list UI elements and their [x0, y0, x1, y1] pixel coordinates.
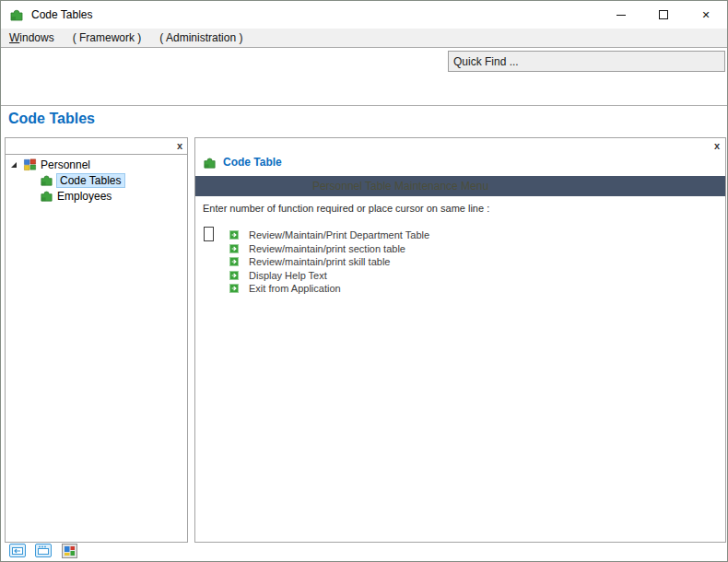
window-list-icon	[35, 544, 52, 557]
window-list-button[interactable]	[34, 543, 53, 558]
navigation-tree-panel: x Personnel Code Tables	[5, 137, 188, 543]
tree-panel-header: x	[6, 138, 187, 155]
menu-item-department-table[interactable]: Review/Maintain/Print Department Table	[229, 228, 725, 242]
personnel-category-icon	[23, 158, 37, 171]
close-icon: ✕	[701, 10, 710, 20]
menu-item-display-help[interactable]: Display Help Text	[229, 269, 725, 283]
minimize-button[interactable]	[600, 1, 642, 29]
window-title: Code Tables	[31, 8, 93, 21]
toolbar	[1, 49, 727, 106]
collapse-panel-button[interactable]	[8, 543, 27, 558]
status-bar	[1, 541, 78, 560]
menu-item-skill-table[interactable]: Review/maintain/print skill table	[229, 255, 725, 269]
window-controls: ✕	[600, 1, 727, 29]
menu-item-windows[interactable]: Windows	[1, 29, 64, 47]
tree-item-code-tables[interactable]: Code Tables	[6, 172, 187, 188]
expander-icon[interactable]	[10, 161, 18, 169]
green-puzzle-icon	[40, 173, 53, 187]
content-panel-close-button[interactable]: x	[714, 140, 720, 151]
menu-item-exit-application[interactable]: Exit from Application	[229, 282, 725, 296]
tree-item-label: Employees	[57, 190, 112, 203]
code-table-panel: x Code Table Personnel Table Maintenance…	[194, 137, 726, 543]
menu-item-framework[interactable]: ( Framework )	[64, 29, 151, 47]
content-panel-title: Code Table	[223, 156, 282, 169]
green-puzzle-icon	[40, 189, 53, 203]
tree-panel-close-button[interactable]: x	[177, 140, 182, 151]
content-panel-title-row: Code Table	[203, 155, 725, 170]
menu-bar: Windows ( Framework ) ( Administration )	[1, 29, 727, 48]
code-table-icon	[203, 156, 217, 170]
green-arrow-icon	[229, 271, 239, 280]
menu-item-section-table[interactable]: Review/maintain/print section table	[229, 242, 725, 256]
tree-item-employees[interactable]: Employees	[6, 188, 187, 204]
maintenance-menu-banner: Personnel Table Maintenance Menu	[195, 176, 725, 196]
tile-windows-button[interactable]	[60, 543, 78, 558]
function-number-input[interactable]	[204, 227, 214, 241]
maximize-icon	[659, 10, 668, 19]
tree-item-personnel[interactable]: Personnel	[6, 157, 187, 172]
green-arrow-icon	[229, 244, 239, 253]
menu-item-label: Display Help Text	[249, 270, 327, 281]
menu-item-label: Review/maintain/print skill table	[249, 256, 390, 267]
collapse-panel-icon	[9, 544, 26, 557]
close-button[interactable]: ✕	[685, 1, 727, 29]
menu-item-administration[interactable]: ( Administration )	[150, 29, 252, 47]
function-menu-list: Review/Maintain/Print Department Table R…	[195, 227, 725, 296]
page-title: Code Tables	[8, 111, 95, 127]
tree-item-label: Code Tables	[56, 173, 125, 188]
maximize-button[interactable]	[642, 1, 685, 29]
green-arrow-icon	[229, 257, 239, 266]
function-menu-area: Review/Maintain/Print Department Table R…	[195, 227, 725, 296]
tile-windows-icon	[62, 544, 77, 558]
green-arrow-icon	[229, 284, 239, 293]
app-window: Code Tables ✕ Windows ( Framework ) ( Ad…	[0, 0, 728, 562]
menu-item-label: Review/Maintain/Print Department Table	[249, 229, 429, 240]
menu-item-label: Exit from Application	[249, 283, 341, 294]
function-prompt-text: Enter number of function required or pla…	[203, 203, 725, 214]
title-bar: Code Tables ✕	[1, 1, 727, 29]
green-arrow-icon	[229, 230, 239, 240]
app-puzzle-icon	[9, 7, 24, 22]
quick-find-input[interactable]	[448, 51, 725, 72]
tree-item-label: Personnel	[41, 158, 90, 171]
menu-item-label: Review/maintain/print section table	[249, 243, 405, 254]
page-heading-area: Code Tables	[1, 106, 727, 137]
minimize-icon	[616, 15, 626, 16]
navigation-tree: Personnel Code Tables Employees	[6, 155, 187, 204]
